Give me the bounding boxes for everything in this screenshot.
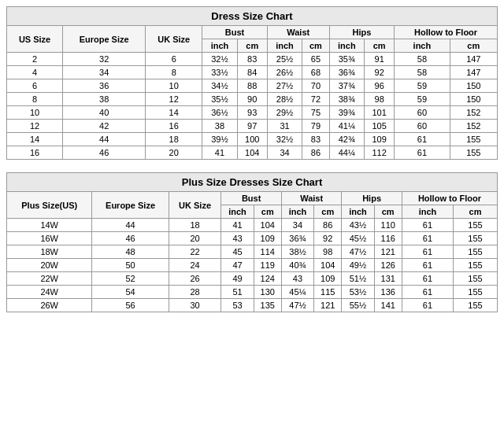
table-row: 14W441841104348643½11061155 [7, 219, 498, 232]
bust-header: Bust [202, 26, 268, 39]
table-row: 8381235½9028½7238¾9859150 [7, 93, 498, 106]
table-row: 232632½8325½6535¾9158147 [7, 53, 498, 66]
htf-header: Hollow to Floor [395, 26, 498, 39]
us-size-header: US Size [7, 26, 63, 53]
hips-cm-header: cm [365, 39, 395, 53]
table-row: 6361034½8827½7037¾9659150 [7, 79, 498, 93]
plus-bust-inch-header: inch [221, 205, 254, 219]
plus-size-chart-table: Plus Size Dresses Size Chart Plus Size(U… [6, 172, 498, 312]
table-row: 1242163897317941¼10560152 [7, 120, 498, 133]
table-row: 22W5226491244310951½13161155 [7, 272, 498, 286]
bust-cm-header: cm [237, 39, 267, 53]
bust-inch-header: inch [202, 39, 237, 53]
plus-waist-inch-header: inch [281, 205, 313, 219]
waist-inch-header: inch [267, 39, 302, 53]
plus-us-size-header: Plus Size(US) [7, 192, 92, 219]
table-row: 14441839½10032½8342¾10961155 [7, 133, 498, 146]
table-row: 24W54285113045¼11553½13661155 [7, 286, 498, 299]
plus-htf-inch-header: inch [402, 205, 453, 219]
hips-inch-header: inch [329, 39, 364, 53]
htf-inch-header: inch [395, 39, 450, 53]
europe-size-header: Europe Size [63, 26, 146, 53]
plus-htf-cm-header: cm [454, 205, 498, 219]
table-row: 16W46204310936¾9245½11661155 [7, 232, 498, 245]
dress-size-chart-table: Dress Size Chart US Size Europe Size UK … [6, 6, 498, 160]
plus-chart-title: Plus Size Dresses Size Chart [7, 173, 498, 192]
plus-waist-header: Waist [281, 192, 341, 205]
plus-htf-header: Hollow to Floor [402, 192, 497, 205]
plus-bust-header: Bust [221, 192, 281, 205]
table-row: 26W56305313547½12155½14161155 [7, 299, 498, 312]
table-row: 10401436½9329½7539¾10160152 [7, 106, 498, 120]
htf-cm-header: cm [450, 39, 497, 53]
dress-chart-title: Dress Size Chart [7, 7, 498, 26]
plus-hips-inch-header: inch [342, 205, 374, 219]
hips-header: Hips [329, 26, 395, 39]
chart-container: Dress Size Chart US Size Europe Size UK … [0, 0, 504, 319]
plus-hips-cm-header: cm [374, 205, 402, 219]
plus-bust-cm-header: cm [254, 205, 281, 219]
plus-europe-size-header: Europe Size [92, 192, 169, 219]
table-row: 16462041104348644¼11261155 [7, 146, 498, 160]
table-row: 434833½8426½6836¾9258147 [7, 66, 498, 79]
table-row: 20W50244711940¾10449½12661155 [7, 259, 498, 272]
uk-size-header: UK Size [146, 26, 202, 53]
plus-waist-cm-header: cm [314, 205, 342, 219]
waist-cm-header: cm [302, 39, 329, 53]
waist-header: Waist [267, 26, 329, 39]
plus-hips-header: Hips [342, 192, 402, 205]
table-row: 18W48224511438½9847½12161155 [7, 245, 498, 259]
plus-uk-size-header: UK Size [169, 192, 221, 219]
